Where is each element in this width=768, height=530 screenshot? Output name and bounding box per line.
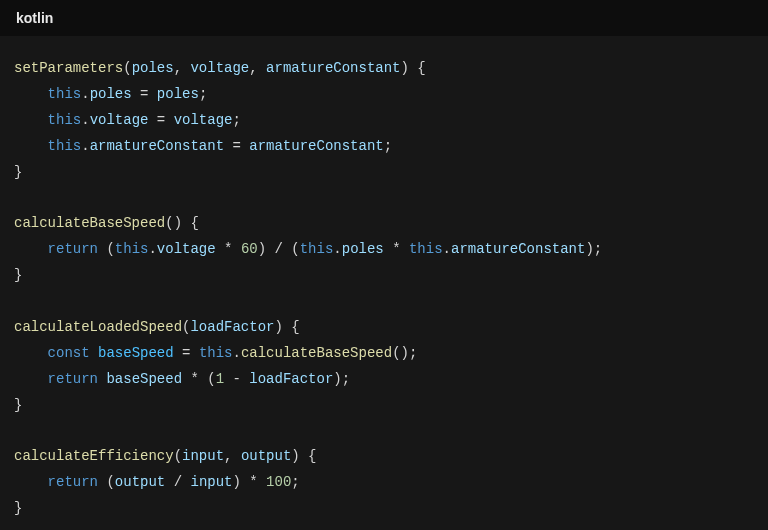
param: loadFactor [249, 371, 333, 387]
punct: . [81, 112, 89, 128]
kw-this: this [409, 241, 443, 257]
param: armatureConstant [266, 60, 400, 76]
kw-this: this [115, 241, 149, 257]
punct: } [14, 397, 22, 413]
code-language-header: kotlin [0, 0, 768, 36]
punct: ; [232, 112, 240, 128]
code-line: const baseSpeed = this.calculateBaseSpee… [14, 341, 754, 367]
code-line: return (this.voltage * 60) / (this.poles… [14, 237, 754, 263]
punct: = [132, 86, 157, 102]
punct: / [165, 474, 190, 490]
punct: (); [392, 345, 417, 361]
indent [14, 345, 48, 361]
param: poles [157, 86, 199, 102]
punct: , [174, 60, 191, 76]
punct: , [224, 448, 241, 464]
var: baseSpeed [106, 371, 182, 387]
punct: ); [585, 241, 602, 257]
punct: ) { [274, 319, 299, 335]
punct: ; [199, 86, 207, 102]
param: input [190, 474, 232, 490]
punct: ); [333, 371, 350, 387]
punct: . [81, 138, 89, 154]
punct: = [174, 345, 199, 361]
punct: () { [165, 215, 199, 231]
prop: voltage [90, 112, 149, 128]
code-line: this.poles = poles; [14, 82, 754, 108]
code-line [14, 289, 754, 315]
code-line: } [14, 496, 754, 522]
punct: * [216, 241, 241, 257]
code-line: } [14, 160, 754, 186]
code-line [14, 185, 754, 211]
param: voltage [174, 112, 233, 128]
num: 1 [216, 371, 224, 387]
punct: ( [174, 448, 182, 464]
prop: voltage [157, 241, 216, 257]
var: baseSpeed [98, 345, 174, 361]
punct: ( [98, 474, 115, 490]
punct: . [148, 241, 156, 257]
punct: * [384, 241, 409, 257]
indent [14, 474, 48, 490]
code-line: calculateBaseSpeed() { [14, 211, 754, 237]
punct: ) { [291, 448, 316, 464]
code-line [14, 418, 754, 444]
kw-this: this [48, 138, 82, 154]
punct: } [14, 164, 22, 180]
fn-name: calculateBaseSpeed [241, 345, 392, 361]
code-line: this.voltage = voltage; [14, 108, 754, 134]
kw-this: this [48, 112, 82, 128]
punct: ; [384, 138, 392, 154]
punct: . [232, 345, 240, 361]
punct: ) / ( [258, 241, 300, 257]
num: 100 [266, 474, 291, 490]
code-line: this.armatureConstant = armatureConstant… [14, 134, 754, 160]
fn-name: setParameters [14, 60, 123, 76]
param: armatureConstant [249, 138, 383, 154]
fn-name: calculateEfficiency [14, 448, 174, 464]
punct: ; [291, 474, 299, 490]
kw-this: this [48, 86, 82, 102]
punct: } [14, 267, 22, 283]
punct: = [224, 138, 249, 154]
param: loadFactor [190, 319, 274, 335]
language-label: kotlin [16, 10, 53, 26]
num: 60 [241, 241, 258, 257]
param: poles [132, 60, 174, 76]
punct: . [333, 241, 341, 257]
kw-this: this [199, 345, 233, 361]
prop: armatureConstant [90, 138, 224, 154]
punct: * ( [182, 371, 216, 387]
kw-return: return [48, 241, 98, 257]
indent [14, 112, 48, 128]
punct: ) * [233, 474, 267, 490]
kw-this: this [300, 241, 334, 257]
code-line: calculateEfficiency(input, output) { [14, 444, 754, 470]
punct: . [81, 86, 89, 102]
code-line: } [14, 263, 754, 289]
param: output [241, 448, 291, 464]
punct: - [224, 371, 249, 387]
punct [90, 345, 98, 361]
code-block: kotlin setParameters(poles, voltage, arm… [0, 0, 768, 530]
indent [14, 371, 48, 387]
punct: ( [123, 60, 131, 76]
punct: } [14, 500, 22, 516]
punct: ( [98, 241, 115, 257]
punct: ) { [401, 60, 426, 76]
code-line: } [14, 393, 754, 419]
param: output [115, 474, 165, 490]
kw-return: return [48, 371, 98, 387]
param: input [182, 448, 224, 464]
prop: poles [90, 86, 132, 102]
indent [14, 138, 48, 154]
code-line: calculateLoadedSpeed(loadFactor) { [14, 315, 754, 341]
kw-return: return [48, 474, 98, 490]
code-line: setParameters(poles, voltage, armatureCo… [14, 56, 754, 82]
punct: , [249, 60, 266, 76]
punct: = [148, 112, 173, 128]
code-body: setParameters(poles, voltage, armatureCo… [0, 36, 768, 530]
kw-const: const [48, 345, 90, 361]
punct: . [443, 241, 451, 257]
